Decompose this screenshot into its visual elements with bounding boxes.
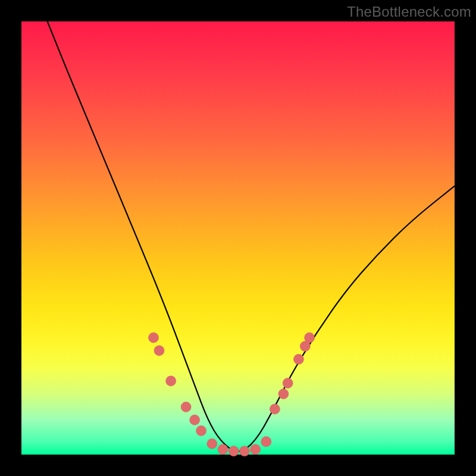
chart-marker-dot xyxy=(270,404,280,414)
chart-marker-dot xyxy=(278,389,289,399)
chart-markers xyxy=(149,333,315,456)
chart-marker-dot xyxy=(228,446,239,456)
chart-marker-dot xyxy=(166,376,176,386)
chart-plot-area xyxy=(21,21,455,455)
chart-marker-dot xyxy=(190,415,200,425)
chart-marker-dot xyxy=(207,439,217,449)
chart-marker-dot xyxy=(293,354,303,364)
chart-marker-dot xyxy=(218,444,228,455)
chart-marker-dot xyxy=(305,333,315,343)
chart-marker-dot xyxy=(154,346,164,356)
chart-marker-dot xyxy=(181,402,191,412)
chart-marker-dot xyxy=(261,437,271,447)
chart-marker-dot xyxy=(196,425,206,436)
chart-marker-dot xyxy=(149,333,159,343)
watermark-text: TheBottleneck.com xyxy=(347,4,471,20)
bottleneck-curve xyxy=(48,21,455,452)
chart-svg xyxy=(21,21,455,455)
chart-frame: TheBottleneck.com xyxy=(0,0,476,476)
chart-marker-dot xyxy=(250,444,261,455)
chart-marker-dot xyxy=(283,378,293,388)
chart-marker-dot xyxy=(239,446,249,456)
